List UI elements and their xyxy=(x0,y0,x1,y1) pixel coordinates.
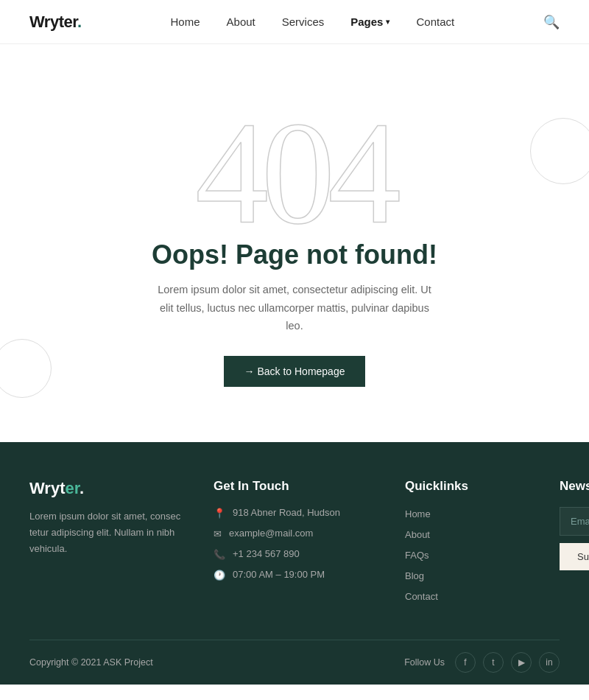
footer-newsletter-col: Newsletter Submit xyxy=(560,479,589,610)
footer-address: 📍 918 Abner Road, Hudson xyxy=(214,507,383,519)
footer-email: ✉ example@mail.com xyxy=(214,528,383,539)
error-code: 404 xyxy=(195,99,394,247)
footer-phone: 📞 +1 234 567 890 xyxy=(214,548,383,560)
nav-item-about[interactable]: About xyxy=(227,15,255,29)
back-to-homepage-button[interactable]: → Back to Homepage xyxy=(224,356,366,387)
footer-contact-col: Get In Touch 📍 918 Abner Road, Hudson ✉ … xyxy=(214,479,383,610)
nav-item-contact[interactable]: Contact xyxy=(416,15,454,29)
quicklink-faqs[interactable]: FAQs xyxy=(405,548,537,561)
nav-item-home[interactable]: Home xyxy=(171,15,200,29)
nav-item-services[interactable]: Services xyxy=(282,15,325,29)
footer-about-text: Lorem ipsum dolor sit amet, consec tetur… xyxy=(29,508,191,557)
quicklink-about[interactable]: About xyxy=(405,528,537,541)
chevron-down-icon: ▾ xyxy=(386,18,389,26)
footer-bottom: Copyright © 2021 ASK Project Follow Us f… xyxy=(29,640,560,685)
footer-copyright: Copyright © 2021 ASK Project xyxy=(29,657,153,668)
error-title: Oops! Page not found! xyxy=(152,239,437,270)
footer-about-col: Wryter. Lorem ipsum dolor sit amet, cons… xyxy=(29,479,191,610)
facebook-icon[interactable]: f xyxy=(455,652,476,673)
footer-newsletter-title: Newsletter xyxy=(560,479,589,494)
error-description: Lorem ipsum dolor sit amet, consectetur … xyxy=(155,281,434,335)
nav-links: Home About Services Pages ▾ Contact xyxy=(171,15,455,29)
linkedin-icon[interactable]: in xyxy=(539,652,560,673)
error-section: 404 Oops! Page not found! Lorem ipsum do… xyxy=(0,44,589,442)
newsletter-email-input[interactable] xyxy=(560,507,589,536)
footer-quicklinks-col: Quicklinks Home About FAQs Blog Contact xyxy=(405,479,537,610)
twitter-icon[interactable]: t xyxy=(483,652,504,673)
footer-contact-title: Get In Touch xyxy=(214,479,383,494)
quicklink-contact[interactable]: Contact xyxy=(405,589,537,603)
youtube-icon[interactable]: ▶ xyxy=(511,652,532,673)
navbar: Wryter. Home About Services Pages ▾ Cont… xyxy=(0,0,589,44)
footer-hours: 🕐 07:00 AM – 19:00 PM xyxy=(214,569,383,581)
search-icon[interactable]: 🔍 xyxy=(543,14,560,30)
footer-quicklinks-title: Quicklinks xyxy=(405,479,537,494)
social-links: Follow Us f t ▶ in xyxy=(404,652,560,673)
nav-item-pages[interactable]: Pages ▾ xyxy=(350,15,389,29)
quicklinks-list: Home About FAQs Blog Contact xyxy=(405,507,537,603)
footer-logo[interactable]: Wryter. xyxy=(29,479,191,498)
newsletter-submit-button[interactable]: Submit xyxy=(560,543,589,570)
logo-dot: . xyxy=(77,13,82,31)
footer-logo-accent: er xyxy=(66,479,80,497)
footer-grid: Wryter. Lorem ipsum dolor sit amet, cons… xyxy=(29,479,560,640)
site-logo[interactable]: Wryter. xyxy=(29,13,82,32)
decorative-circle-left xyxy=(0,339,52,398)
location-icon: 📍 xyxy=(214,508,225,519)
quicklink-blog[interactable]: Blog xyxy=(405,569,537,582)
site-footer: Wryter. Lorem ipsum dolor sit amet, cons… xyxy=(0,442,589,685)
phone-icon: 📞 xyxy=(214,549,225,560)
follow-us-label: Follow Us xyxy=(404,657,445,668)
email-icon: ✉ xyxy=(214,528,222,539)
quicklink-home[interactable]: Home xyxy=(405,507,537,520)
clock-icon: 🕐 xyxy=(214,570,225,581)
decorative-circle-right xyxy=(530,118,589,184)
